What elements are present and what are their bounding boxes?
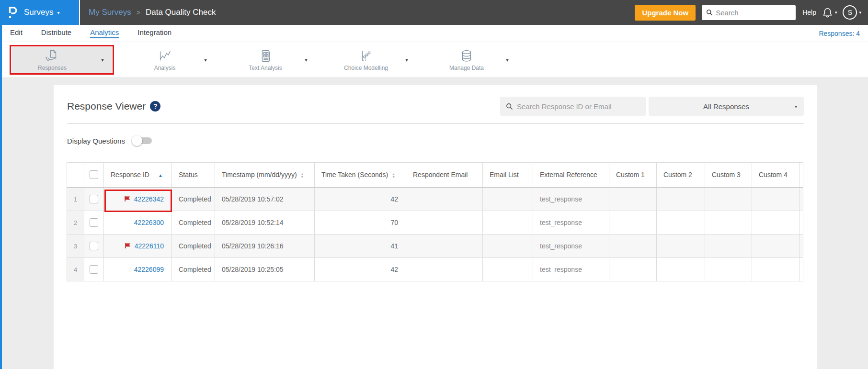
responses-filter-dropdown[interactable]: All Responses ▾ <box>649 97 804 116</box>
custom-1-cell <box>609 188 657 211</box>
response-id-cell[interactable]: 42226110 <box>104 235 172 258</box>
row-select[interactable] <box>84 258 104 281</box>
response-search[interactable] <box>500 97 646 116</box>
responses-button[interactable]: Responses <box>11 49 93 71</box>
questionpro-logo-icon <box>8 6 18 19</box>
toolbar-group-analysis[interactable]: Analysis ▾ <box>131 47 213 73</box>
notifications-button[interactable]: ▾ <box>822 7 837 18</box>
custom-3-cell <box>705 258 752 281</box>
product-switcher[interactable]: Surveys ▾ <box>0 0 80 25</box>
responses-table-wrap: Response ID▲ Status Timestamp (mm/dd/yyy… <box>67 162 817 281</box>
row-checkbox[interactable] <box>90 195 98 203</box>
tab-integration[interactable]: Integration <box>137 28 171 38</box>
external-reference-cell: test_response <box>533 188 609 211</box>
toolbar-label-choice-modelling: Choice Modelling <box>344 65 388 71</box>
divider <box>67 123 804 124</box>
responses-count: Responses: 4 <box>819 30 868 37</box>
header-spacer <box>799 163 803 188</box>
row-select[interactable] <box>84 235 104 258</box>
row-select[interactable] <box>84 211 104 235</box>
toolbar-group-responses[interactable]: Responses ▾ <box>11 47 112 73</box>
global-search[interactable] <box>702 5 796 20</box>
row-checkbox[interactable] <box>90 218 98 227</box>
respondent-email-cell <box>406 211 483 235</box>
header-response-id[interactable]: Response ID▲ <box>104 163 172 188</box>
status-cell: Completed <box>172 188 215 211</box>
response-search-input[interactable] <box>517 102 640 111</box>
status-cell: Completed <box>172 235 215 258</box>
row-number: 4 <box>67 258 84 281</box>
chevron-down-icon[interactable]: ▾ <box>93 57 112 63</box>
external-reference-cell: test_response <box>533 211 609 235</box>
custom-3-cell <box>705 211 752 235</box>
tab-edit[interactable]: Edit <box>10 28 23 38</box>
custom-3-cell <box>705 188 752 211</box>
help-link[interactable]: Help <box>802 9 816 16</box>
response-id-link[interactable]: 42226110 <box>135 242 164 250</box>
display-questions-label: Display Questions <box>67 137 125 145</box>
table-row: 4 42226099 Completed 05/28/2019 10:25:05… <box>67 258 803 281</box>
chevron-down-icon: ▾ <box>795 104 797 109</box>
response-id-link[interactable]: 42226300 <box>134 219 164 226</box>
manage-data-button[interactable]: Manage Data <box>433 49 500 71</box>
toolbar-label-manage-data: Manage Data <box>449 65 484 71</box>
chevron-down-icon[interactable]: ▾ <box>500 57 514 63</box>
row-checkbox[interactable] <box>90 242 98 250</box>
chevron-down-icon: ▾ <box>859 10 861 15</box>
spacer-cell <box>799 258 803 281</box>
time-taken-cell: 41 <box>315 235 406 258</box>
response-id-link[interactable]: 42226099 <box>134 266 164 273</box>
display-questions-row: Display Questions <box>67 135 804 146</box>
page-title: Response Viewer <box>67 97 146 116</box>
header-timestamp[interactable]: Timestamp (mm/dd/yyyy)▲▼ <box>215 163 315 188</box>
chevron-down-icon[interactable]: ▾ <box>400 57 414 63</box>
tab-analytics[interactable]: Analytics <box>90 28 119 38</box>
flag-icon <box>125 243 132 249</box>
help-icon[interactable]: ? <box>150 101 160 112</box>
toolbar-group-manage-data[interactable]: Manage Data ▾ <box>433 47 514 73</box>
custom-4-cell <box>752 235 799 258</box>
toolbar-label-responses: Responses <box>38 65 67 71</box>
breadcrumb-separator: > <box>137 9 140 16</box>
response-viewer-panel: Response Viewer ? All Responses ▾ <box>54 85 817 369</box>
header-select-all[interactable] <box>84 163 104 188</box>
response-id-cell[interactable]: 42226099 <box>104 258 172 281</box>
search-icon <box>706 9 713 16</box>
header-time-taken[interactable]: Time Taken (Seconds)▲▼ <box>315 163 406 188</box>
toggle-knob <box>132 135 142 146</box>
email-list-cell <box>483 258 533 281</box>
row-select[interactable] <box>84 188 104 211</box>
analysis-button[interactable]: Analysis <box>131 49 198 71</box>
breadcrumb-my-surveys[interactable]: My Surveys <box>89 8 131 17</box>
page-area: Response Viewer ? All Responses ▾ <box>0 85 868 369</box>
account-menu[interactable]: S ▾ <box>843 5 861 20</box>
chevron-down-icon[interactable]: ▾ <box>198 57 213 63</box>
avatar: S <box>843 5 857 20</box>
responses-table: Response ID▲ Status Timestamp (mm/dd/yyy… <box>67 162 803 281</box>
custom-2-cell <box>657 188 705 211</box>
header-status: Status <box>172 163 215 188</box>
toolbar-group-text-analysis[interactable]: Text Analysis ▾ <box>232 47 313 73</box>
custom-1-cell <box>609 258 657 281</box>
custom-2-cell <box>657 258 705 281</box>
choice-modelling-button[interactable]: Choice Modelling <box>332 49 400 71</box>
app-screen: Surveys ▾ My Surveys > Data Quality Chec… <box>0 0 868 369</box>
tab-distribute[interactable]: Distribute <box>41 28 71 38</box>
text-analysis-button[interactable]: Text Analysis <box>232 49 299 71</box>
toolbar-group-choice-modelling[interactable]: Choice Modelling ▾ <box>332 47 414 73</box>
sort-both-icon: ▲▼ <box>392 173 395 179</box>
response-id-link[interactable]: 42226342 <box>134 195 164 203</box>
response-id-cell[interactable]: 42226342 <box>104 188 172 211</box>
chevron-down-icon[interactable]: ▾ <box>299 57 313 63</box>
display-questions-toggle[interactable] <box>132 135 154 146</box>
upgrade-now-button[interactable]: Upgrade Now <box>635 5 696 21</box>
row-checkbox[interactable] <box>90 265 98 274</box>
global-search-input[interactable] <box>716 9 791 17</box>
response-id-cell[interactable]: 42226300 <box>104 211 172 235</box>
timestamp-cell: 05/28/2019 10:57:02 <box>215 188 315 211</box>
table-header-row: Response ID▲ Status Timestamp (mm/dd/yyy… <box>67 163 803 188</box>
select-all-checkbox[interactable] <box>90 170 98 179</box>
custom-4-cell <box>752 258 799 281</box>
respondent-email-cell <box>406 235 483 258</box>
timestamp-cell: 05/28/2019 10:25:05 <box>215 258 315 281</box>
